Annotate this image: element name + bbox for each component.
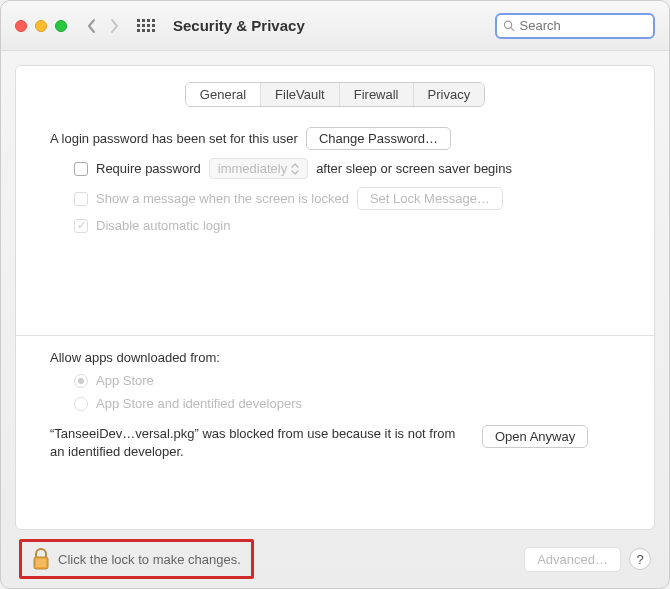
require-password-delay-select[interactable]: immediately <box>209 158 308 179</box>
titlebar: Security & Privacy <box>1 1 669 51</box>
lock-icon[interactable] <box>32 548 50 570</box>
allow-downloads-heading: Allow apps downloaded from: <box>50 350 220 365</box>
lock-hint-text: Click the lock to make changes. <box>58 552 241 567</box>
login-password-label: A login password has been set for this u… <box>50 131 298 146</box>
change-password-button[interactable]: Change Password… <box>306 127 451 150</box>
set-lock-message-button: Set Lock Message… <box>357 187 503 210</box>
zoom-window-button[interactable] <box>55 20 67 32</box>
help-button[interactable]: ? <box>629 548 651 570</box>
radio-identified <box>74 397 88 411</box>
allow-downloads-section: Allow apps downloaded from: App Store Ap… <box>34 350 636 461</box>
content-area: General FileVault Firewall Privacy A log… <box>1 51 669 530</box>
preferences-window: Security & Privacy General FileVault Fir… <box>0 0 670 589</box>
tab-general[interactable]: General <box>186 83 261 106</box>
window-controls <box>15 20 67 32</box>
tab-filevault[interactable]: FileVault <box>261 83 340 106</box>
search-icon <box>503 19 515 32</box>
login-password-section: A login password has been set for this u… <box>34 127 636 233</box>
lock-area-highlight: Click the lock to make changes. <box>19 539 254 579</box>
search-field[interactable] <box>495 13 655 39</box>
radio-app-store-label: App Store <box>96 373 154 388</box>
disable-auto-login-label: Disable automatic login <box>96 218 230 233</box>
show-all-icon[interactable] <box>137 19 155 32</box>
bottom-bar: Click the lock to make changes. Advanced… <box>1 530 669 588</box>
blocked-app-message: “TanseeiDev…versal.pkg” was blocked from… <box>50 425 470 461</box>
require-password-suffix: after sleep or screen saver begins <box>316 161 512 176</box>
nav-buttons <box>87 18 119 34</box>
disable-auto-login-checkbox: ✓ <box>74 219 88 233</box>
advanced-button[interactable]: Advanced… <box>524 547 621 572</box>
svg-line-1 <box>511 28 514 31</box>
tab-privacy[interactable]: Privacy <box>414 83 485 106</box>
search-input[interactable] <box>520 18 647 33</box>
radio-app-store <box>74 374 88 388</box>
require-password-delay-value: immediately <box>218 161 287 176</box>
minimize-window-button[interactable] <box>35 20 47 32</box>
require-password-label: Require password <box>96 161 201 176</box>
tab-bar: General FileVault Firewall Privacy <box>34 82 636 107</box>
show-message-checkbox <box>74 192 88 206</box>
show-message-label: Show a message when the screen is locked <box>96 191 349 206</box>
divider <box>16 335 654 336</box>
tab-firewall[interactable]: Firewall <box>340 83 414 106</box>
svg-rect-3 <box>36 559 46 567</box>
back-button[interactable] <box>87 18 97 34</box>
forward-button[interactable] <box>109 18 119 34</box>
radio-identified-label: App Store and identified developers <box>96 396 302 411</box>
close-window-button[interactable] <box>15 20 27 32</box>
require-password-checkbox[interactable] <box>74 162 88 176</box>
updown-icon <box>291 163 299 175</box>
open-anyway-button[interactable]: Open Anyway <box>482 425 588 448</box>
window-title: Security & Privacy <box>173 17 495 34</box>
main-panel: General FileVault Firewall Privacy A log… <box>15 65 655 530</box>
